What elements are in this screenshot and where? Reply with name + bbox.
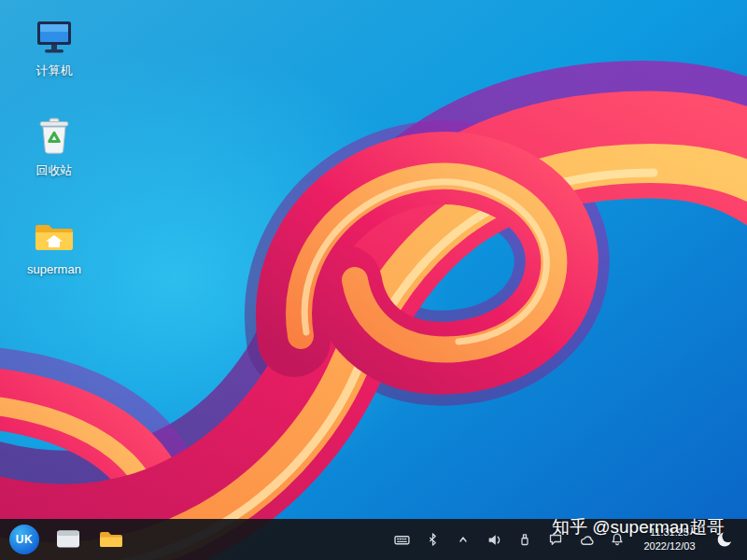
- recycle-bin-icon: [36, 115, 72, 156]
- desktop-root: 计算机 回收站 superman: [0, 0, 747, 560]
- bluetooth-icon[interactable]: [424, 531, 441, 548]
- volume-icon[interactable]: [486, 531, 502, 548]
- desktop-icon-computer[interactable]: 计算机: [15, 15, 93, 79]
- desktop-icon-label: 回收站: [36, 162, 73, 179]
- notification-icon[interactable]: [609, 531, 626, 548]
- start-button[interactable]: UK: [9, 525, 39, 554]
- file-manager-button[interactable]: [97, 525, 125, 553]
- desktop-icon-label: 计算机: [36, 63, 73, 79]
- desktop-icon-column: 计算机 回收站 superman: [15, 15, 93, 276]
- task-view-button[interactable]: [54, 525, 82, 553]
- home-folder-icon: [33, 215, 76, 256]
- clock-date: 2022/12/03: [639, 539, 700, 553]
- taskbar: UK: [0, 519, 747, 560]
- night-mode-icon[interactable]: [715, 530, 734, 549]
- system-tray: [393, 531, 626, 548]
- desktop-icon-home-folder[interactable]: superman: [15, 215, 93, 276]
- computer-icon: [34, 15, 75, 56]
- keyboard-icon[interactable]: [393, 531, 410, 548]
- clock-time: 11:31:25: [639, 525, 700, 539]
- desktop-icon-recycle-bin[interactable]: 回收站: [15, 115, 93, 179]
- desktop-icon-label: superman: [27, 262, 81, 276]
- clock[interactable]: 11:31:25 2022/12/03: [639, 525, 700, 553]
- usb-icon[interactable]: [516, 531, 533, 548]
- expand-arrow-icon[interactable]: [455, 531, 472, 548]
- start-logo-text: UK: [16, 533, 33, 546]
- weather-icon[interactable]: [578, 531, 595, 548]
- wallpaper-image: [0, 0, 747, 560]
- chat-icon[interactable]: [547, 531, 564, 548]
